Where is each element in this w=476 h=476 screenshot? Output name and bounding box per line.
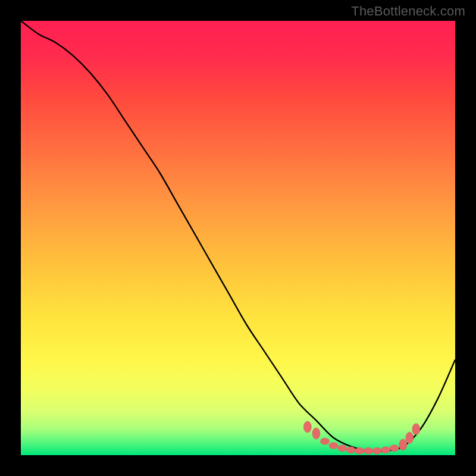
marker-point — [303, 421, 311, 433]
marker-point — [390, 445, 399, 452]
marker-point — [412, 424, 420, 435]
marker-point — [372, 447, 381, 454]
watermark-text: TheBottleneck.com — [351, 4, 465, 19]
marker-point — [381, 447, 390, 453]
marker-point — [321, 438, 330, 444]
marker-point — [406, 432, 414, 443]
marker-point — [364, 447, 373, 454]
gradient-background — [21, 21, 455, 455]
marker-point — [329, 442, 338, 449]
marker-point — [355, 447, 364, 454]
marker-point — [346, 447, 355, 453]
marker-point — [338, 445, 347, 452]
marker-point — [312, 428, 320, 439]
plot-area — [21, 21, 455, 455]
chart-frame: TheBottleneck.com — [0, 0, 476, 476]
chart-svg — [21, 21, 455, 455]
marker-point — [399, 439, 407, 450]
